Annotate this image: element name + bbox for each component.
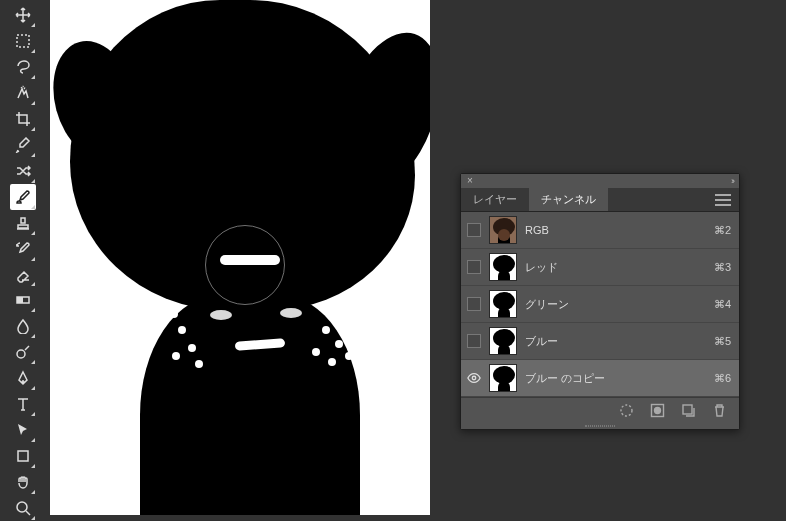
close-icon[interactable]: × xyxy=(467,176,473,186)
canvas-artwork xyxy=(220,255,280,265)
visibility-toggle[interactable] xyxy=(467,371,481,385)
move-tool[interactable] xyxy=(10,2,36,28)
channel-thumbnail[interactable] xyxy=(489,290,517,318)
dodge-tool[interactable] xyxy=(10,339,36,365)
svg-point-4 xyxy=(17,350,25,358)
channel-thumbnail[interactable] xyxy=(489,364,517,392)
document-canvas[interactable] xyxy=(50,0,430,515)
svg-point-8 xyxy=(621,405,632,416)
channels-panel: × ›› レイヤー チャンネル RGB⌘2レッド⌘3グリーン⌘4ブルー⌘5ブルー… xyxy=(460,173,740,430)
svg-point-10 xyxy=(655,408,661,414)
path-select-tool[interactable] xyxy=(10,417,36,443)
crop-tool[interactable] xyxy=(10,106,36,132)
shape-tool[interactable] xyxy=(10,443,36,469)
blur-tool[interactable] xyxy=(10,313,36,339)
load-selection-icon[interactable] xyxy=(619,403,634,418)
tab-label: レイヤー xyxy=(473,192,517,207)
canvas-artwork xyxy=(178,326,186,334)
eyedropper-tool[interactable] xyxy=(10,132,36,158)
save-selection-mask-icon[interactable] xyxy=(650,403,665,418)
channel-row[interactable]: ブルー のコピー⌘6 xyxy=(461,360,739,397)
type-tool[interactable] xyxy=(10,391,36,417)
channel-thumbnail[interactable] xyxy=(489,216,517,244)
channel-shortcut: ⌘6 xyxy=(714,372,731,385)
canvas-artwork xyxy=(210,310,232,320)
tab-layers[interactable]: レイヤー xyxy=(461,188,529,211)
tab-channels[interactable]: チャンネル xyxy=(529,188,608,211)
gradient-tool[interactable] xyxy=(10,287,36,313)
channel-row[interactable]: ブルー⌘5 xyxy=(461,323,739,360)
hand-tool[interactable] xyxy=(10,469,36,495)
pen-tool[interactable] xyxy=(10,365,36,391)
brush-tool[interactable] xyxy=(10,184,36,210)
svg-rect-3 xyxy=(17,297,23,303)
new-channel-icon[interactable] xyxy=(681,403,696,418)
canvas-artwork xyxy=(280,308,302,318)
channel-label: RGB xyxy=(525,224,706,236)
canvas-artwork xyxy=(335,340,343,348)
channel-label: ブルー のコピー xyxy=(525,371,706,386)
svg-point-6 xyxy=(17,502,27,512)
delete-channel-icon[interactable] xyxy=(712,403,727,418)
lasso-tool[interactable] xyxy=(10,54,36,80)
eraser-tool[interactable] xyxy=(10,262,36,288)
zoom-tool[interactable] xyxy=(10,495,36,521)
svg-rect-0 xyxy=(17,35,29,47)
svg-point-7 xyxy=(472,376,476,380)
channel-thumbnail[interactable] xyxy=(489,327,517,355)
channel-row[interactable]: RGB⌘2 xyxy=(461,212,739,249)
visibility-toggle[interactable] xyxy=(467,260,481,274)
channel-row[interactable]: グリーン⌘4 xyxy=(461,286,739,323)
channel-shortcut: ⌘3 xyxy=(714,261,731,274)
svg-rect-11 xyxy=(683,405,692,414)
canvas-artwork xyxy=(328,358,336,366)
visibility-toggle[interactable] xyxy=(467,223,481,237)
quick-select-tool[interactable] xyxy=(10,80,36,106)
canvas-artwork xyxy=(172,352,180,360)
channel-label: レッド xyxy=(525,260,706,275)
marquee-tool[interactable] xyxy=(10,28,36,54)
canvas-artwork xyxy=(170,310,178,318)
canvas-artwork xyxy=(195,360,203,368)
panel-footer xyxy=(461,397,739,423)
channel-label: ブルー xyxy=(525,334,706,349)
panel-resize-handle[interactable] xyxy=(461,423,739,429)
svg-rect-5 xyxy=(18,451,28,461)
channel-shortcut: ⌘5 xyxy=(714,335,731,348)
canvas-artwork xyxy=(322,326,330,334)
shuffle-tool[interactable] xyxy=(10,158,36,184)
visibility-toggle[interactable] xyxy=(467,297,481,311)
channel-row[interactable]: レッド⌘3 xyxy=(461,249,739,286)
channel-shortcut: ⌘4 xyxy=(714,298,731,311)
canvas-artwork xyxy=(188,344,196,352)
panel-topbar[interactable]: × ›› xyxy=(461,174,739,188)
visibility-toggle[interactable] xyxy=(467,334,481,348)
panel-tabs: レイヤー チャンネル xyxy=(461,188,739,212)
tab-label: チャンネル xyxy=(541,192,596,207)
collapse-icon[interactable]: ›› xyxy=(731,176,733,186)
channel-label: グリーン xyxy=(525,297,706,312)
toolbox xyxy=(0,0,46,521)
canvas-artwork xyxy=(345,352,353,360)
stamp-tool[interactable] xyxy=(10,210,36,236)
history-brush-tool[interactable] xyxy=(10,236,36,262)
channel-list: RGB⌘2レッド⌘3グリーン⌘4ブルー⌘5ブルー のコピー⌘6 xyxy=(461,212,739,397)
panel-menu-icon[interactable] xyxy=(715,194,731,206)
channel-shortcut: ⌘2 xyxy=(714,224,731,237)
canvas-artwork xyxy=(312,348,320,356)
channel-thumbnail[interactable] xyxy=(489,253,517,281)
